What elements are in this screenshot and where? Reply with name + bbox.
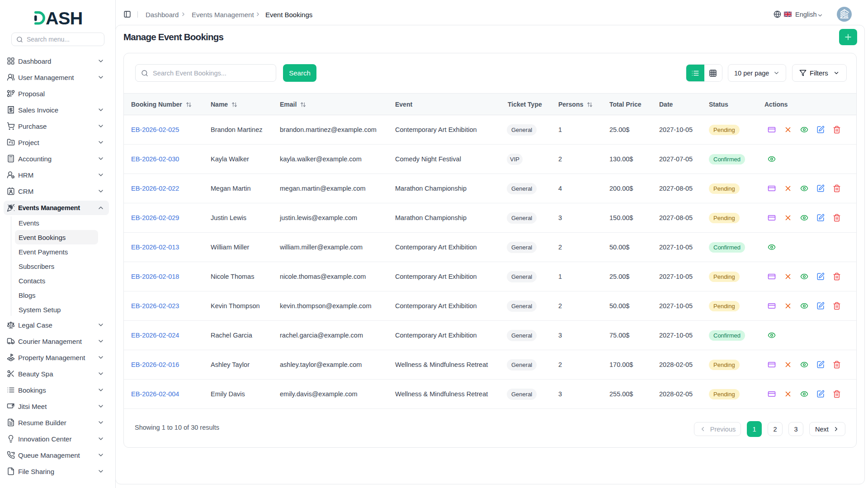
svg-text:ASH: ASH xyxy=(46,11,82,25)
